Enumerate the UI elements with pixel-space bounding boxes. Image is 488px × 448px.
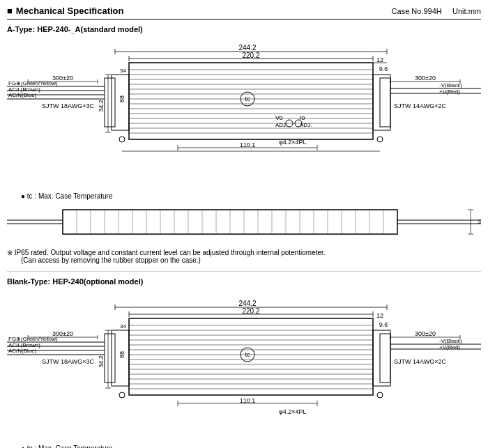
svg-text:244.2: 244.2 — [238, 300, 256, 307]
svg-text:tc: tc — [245, 95, 250, 102]
svg-text:+V(Red): +V(Red) — [439, 344, 460, 350]
section-a-title: A-Type: HEP-240-_A(standard model) — [7, 25, 481, 33]
svg-text:12: 12 — [376, 312, 383, 319]
section-blank-title: Blank-Type: HEP-240(optional model) — [7, 277, 481, 286]
svg-text:34.2: 34.2 — [98, 355, 105, 368]
svg-text:34: 34 — [120, 68, 126, 74]
section-divider — [7, 271, 481, 272]
page-header: ■ Mechanical Specification Case No.994H … — [7, 6, 481, 20]
svg-text:FG⊕(Green/Yellow): FG⊕(Green/Yellow) — [8, 336, 58, 342]
svg-text:300±20: 300±20 — [415, 75, 436, 82]
svg-text:ADJ.: ADJ. — [300, 122, 312, 128]
svg-text:AC/N(Blue): AC/N(Blue) — [8, 92, 37, 98]
square-icon: ■ — [7, 6, 13, 16]
svg-text:110.1: 110.1 — [240, 141, 256, 148]
section-a-drawing: 244.2 220.2 12 9.6 — [7, 36, 481, 190]
svg-text:+V(Red): +V(Red) — [439, 88, 460, 95]
svg-text:300±20: 300±20 — [52, 330, 73, 337]
page-title: ■ Mechanical Specification — [7, 6, 123, 16]
section-a-side-view: 38.8 — [7, 203, 481, 245]
svg-text:SJTW 18AWG×3C: SJTW 18AWG×3C — [42, 102, 94, 109]
svg-text:12: 12 — [376, 56, 383, 63]
svg-text:-V(Black): -V(Black) — [439, 338, 462, 344]
section-blank-tc-note: ● tc : Max. Case Temperature — [21, 445, 481, 448]
svg-text:88: 88 — [119, 351, 125, 358]
svg-text:220.2: 220.2 — [242, 52, 259, 59]
svg-text:SJTW 18AWG×3C: SJTW 18AWG×3C — [42, 358, 94, 365]
svg-text:AC/N(Blue): AC/N(Blue) — [8, 348, 37, 354]
svg-text:SJTW 14AWG×2C: SJTW 14AWG×2C — [394, 102, 446, 109]
svg-text:34: 34 — [120, 323, 126, 330]
svg-text:110.1: 110.1 — [240, 397, 256, 404]
section-blank-drawing: 244.2 220.2 12 9.6 — [7, 288, 481, 442]
svg-rect-131 — [105, 334, 115, 383]
svg-point-168 — [119, 392, 125, 398]
svg-text:300±20: 300±20 — [52, 75, 73, 82]
svg-rect-27 — [105, 78, 115, 127]
svg-text:FG⊕(Green/Yellow): FG⊕(Green/Yellow) — [8, 80, 58, 86]
header-info: Case No.994H Unit:mm — [392, 7, 481, 15]
svg-rect-11 — [129, 63, 373, 139]
svg-text:88: 88 — [119, 95, 125, 102]
svg-text:tc: tc — [245, 351, 250, 358]
svg-text:Io: Io — [300, 114, 305, 121]
section-a-tc-note: ● tc : Max. Case Temperature — [21, 192, 481, 200]
svg-text:220.2: 220.2 — [242, 307, 259, 315]
section-a: A-Type: HEP-240-_A(standard model) 244.2… — [7, 25, 481, 264]
svg-text:Vo: Vo — [275, 114, 283, 121]
svg-rect-28 — [373, 75, 390, 130]
svg-point-169 — [377, 392, 383, 398]
svg-text:φ4.2×4PL: φ4.2×4PL — [279, 408, 307, 415]
svg-text:9.6: 9.6 — [379, 321, 388, 328]
svg-text:SJTW 14AWG×2C: SJTW 14AWG×2C — [394, 358, 446, 365]
svg-rect-133 — [380, 334, 390, 383]
svg-text:300±20: 300±20 — [415, 330, 436, 337]
svg-rect-29 — [380, 78, 390, 127]
svg-text:φ4.2×4PL: φ4.2×4PL — [279, 139, 307, 146]
svg-text:34.2: 34.2 — [98, 100, 105, 112]
svg-text:38.8: 38.8 — [478, 218, 481, 225]
svg-text:244.2: 244.2 — [238, 44, 256, 52]
svg-text:9.6: 9.6 — [379, 65, 388, 72]
svg-rect-132 — [373, 330, 390, 386]
svg-rect-115 — [129, 318, 373, 395]
section-a-ip-note: ※ IP65 rated. Output voltage and constan… — [7, 249, 481, 264]
svg-point-70 — [119, 137, 125, 142]
svg-point-71 — [377, 137, 383, 142]
svg-text:-V(Black): -V(Black) — [439, 82, 462, 88]
section-blank: Blank-Type: HEP-240(optional model) 244.… — [7, 277, 481, 448]
